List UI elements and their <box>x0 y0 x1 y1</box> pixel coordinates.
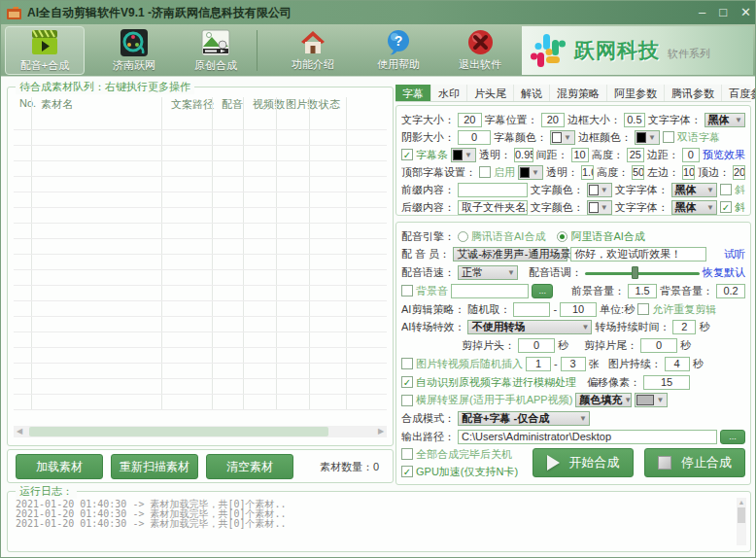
scroll-left-icon[interactable]: ◀ <box>14 426 25 437</box>
preview-text-input[interactable]: 你好，欢迎试听效果！ <box>570 247 706 262</box>
fill-color-select[interactable]: ▼ <box>635 393 668 407</box>
col-no[interactable]: No. <box>19 97 36 109</box>
range-to-input[interactable]: 10 <box>560 302 597 317</box>
bar-spacing-input[interactable]: 10 <box>571 148 589 162</box>
reset-default-link[interactable]: 恢复默认 <box>703 265 745 280</box>
engine-tencent-radio[interactable] <box>458 231 468 242</box>
col-dub[interactable]: 配音 <box>222 97 243 112</box>
suffix-input[interactable]: 取子文件夹名或音频 <box>458 200 528 215</box>
col-status[interactable]: 状态 <box>319 97 340 112</box>
transition-time-input[interactable]: 2 <box>672 320 696 334</box>
blur-subtitle-checkbox[interactable] <box>401 376 413 388</box>
image-from-input[interactable]: 1 <box>526 357 551 371</box>
image-insert-checkbox[interactable] <box>401 358 413 369</box>
toolbar-help-button[interactable]: ? 使用帮助 <box>359 26 438 75</box>
subtitle-bar-checkbox[interactable] <box>401 149 413 160</box>
subtitle-position-input[interactable]: 20 <box>541 113 566 127</box>
tab-watermark[interactable]: 水印 <box>431 85 467 101</box>
rescan-materials-button[interactable]: 重新扫描素材 <box>111 454 198 479</box>
compose-mode-select[interactable]: 配音+字幕 -仅合成▼ <box>458 411 590 426</box>
shutdown-checkbox[interactable] <box>401 448 413 460</box>
bar-opacity-input[interactable]: 0.95 <box>514 148 533 162</box>
trim-tail-input[interactable]: 0 <box>640 338 677 353</box>
scroll-up-icon[interactable]: ▲ <box>737 498 746 506</box>
bgm-path-input[interactable] <box>451 284 529 298</box>
horizontal-scrollbar[interactable]: ◀ ▶ <box>14 426 387 437</box>
slider-thumb[interactable] <box>632 266 638 279</box>
tab-mix-strategy[interactable]: 混剪策略 <box>550 85 607 101</box>
suffix-font-select[interactable]: 黑体▼ <box>671 200 717 215</box>
toolbar-exit-button[interactable]: 退出软件 <box>440 26 520 75</box>
fg-volume-input[interactable]: 1.5 <box>628 284 657 298</box>
tab-subtitle[interactable]: 字幕 <box>395 85 431 101</box>
start-compose-button[interactable]: 开始合成 <box>533 448 634 477</box>
bar-margin-input[interactable]: 0 <box>682 148 700 162</box>
border-color-select[interactable]: ▼ <box>635 130 660 145</box>
prefix-italic-checkbox[interactable] <box>720 184 732 195</box>
gpu-checkbox[interactable] <box>401 466 413 477</box>
preview-link[interactable]: 预览效果 <box>703 148 745 162</box>
transition-select[interactable]: 不使用转场▼ <box>467 320 592 334</box>
subtitle-bar-color-select[interactable]: ▼ <box>451 148 476 162</box>
clear-materials-button[interactable]: 清空素材 <box>206 454 293 479</box>
tab-narration[interactable]: 解说 <box>514 85 550 101</box>
toolbar-dub-compose-button[interactable]: 配音+合成 <box>5 26 85 75</box>
suffix-italic-checkbox[interactable] <box>720 201 732 213</box>
top-height-input[interactable]: 50 <box>632 165 644 180</box>
minimize-button[interactable]: – <box>699 1 705 24</box>
toolbar-original-compose-button[interactable]: 原创合成 <box>176 26 256 75</box>
scrollbar-thumb[interactable] <box>29 427 328 436</box>
output-path-input[interactable]: C:\Users\Administrator\Desktop <box>458 430 717 444</box>
bar-height-input[interactable]: 25 <box>627 148 644 162</box>
font-size-input[interactable]: 20 <box>458 113 482 127</box>
toolbar-jinan-yuewang-button[interactable]: 济南跃网 <box>94 26 174 75</box>
subtitle-color-select[interactable]: ▼ <box>550 130 575 145</box>
col-script[interactable]: 文案路径 <box>171 97 214 112</box>
top-edge-input[interactable]: 20 <box>733 165 745 180</box>
tab-intro-outro[interactable]: 片头尾 <box>467 85 514 101</box>
prefix-input[interactable] <box>458 183 528 197</box>
maximize-button[interactable]: □ <box>719 1 727 24</box>
bgm-checkbox[interactable] <box>401 285 413 296</box>
shadow-size-input[interactable]: 0 <box>458 130 491 145</box>
output-browse-button[interactable]: ... <box>720 430 745 444</box>
top-color-select[interactable]: ▼ <box>518 165 543 180</box>
image-duration-input[interactable]: 4 <box>665 357 690 371</box>
fill-mode-select[interactable]: 颜色填充▼ <box>575 393 632 407</box>
col-images[interactable]: 图片数 <box>286 97 318 112</box>
speed-select[interactable]: 正常▼ <box>458 265 518 280</box>
top-opacity-input[interactable]: 1.0 <box>581 165 594 180</box>
tab-ali-params[interactable]: 阿里参数 <box>607 85 665 101</box>
tab-tencent-params[interactable]: 腾讯参数 <box>665 85 722 101</box>
toolbar-features-button[interactable]: 功能介绍 <box>273 26 353 75</box>
font-family-select[interactable]: 黑体▼ <box>704 113 745 127</box>
bilingual-checkbox[interactable] <box>663 131 674 143</box>
engine-ali-radio[interactable] <box>557 231 567 242</box>
prefix-color-select[interactable]: ▼ <box>587 183 612 197</box>
bgm-browse-button[interactable]: ... <box>532 284 553 298</box>
pitch-slider[interactable] <box>585 266 700 279</box>
top-left-input[interactable]: 10 <box>682 165 695 180</box>
col-name[interactable]: 素材名 <box>41 97 73 112</box>
listen-link[interactable]: 试听 <box>724 247 745 262</box>
col-videos[interactable]: 视频数 <box>253 97 285 112</box>
offset-pixels-input[interactable]: 15 <box>643 375 690 390</box>
trim-head-input[interactable]: 0 <box>518 338 555 353</box>
image-to-input[interactable]: 3 <box>561 357 586 371</box>
prefix-font-select[interactable]: 黑体▼ <box>671 183 717 197</box>
scrollbar-thumb[interactable] <box>738 507 745 523</box>
bg-volume-input[interactable]: 0.2 <box>716 284 745 298</box>
speaker-select[interactable]: 艾诚-标准男声-通用场景▼ <box>453 247 567 262</box>
close-button[interactable]: ✕ <box>740 1 751 24</box>
tab-baidu-params[interactable]: 百度参数 <box>722 85 756 101</box>
landscape-portrait-checkbox[interactable] <box>401 395 413 406</box>
suffix-color-select[interactable]: ▼ <box>587 200 612 215</box>
load-materials-button[interactable]: 加载素材 <box>16 454 103 479</box>
range-from-input[interactable] <box>513 302 550 317</box>
allow-repeat-checkbox[interactable] <box>637 303 649 315</box>
scroll-right-icon[interactable]: ▶ <box>375 426 387 437</box>
border-size-input[interactable]: 0.5 <box>624 113 645 127</box>
stop-compose-button[interactable]: 停止合成 <box>644 448 745 477</box>
top-enable-checkbox[interactable] <box>479 166 491 178</box>
log-scrollbar[interactable]: ▲ <box>737 498 746 545</box>
